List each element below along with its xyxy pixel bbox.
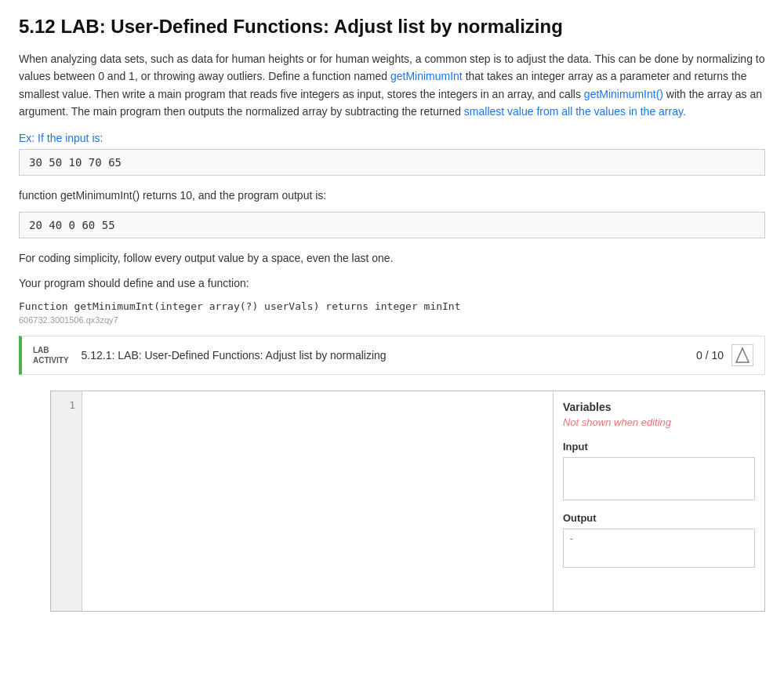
editor-wrapper: 1 Variables Not shown when editing Input… bbox=[34, 391, 765, 612]
lab-tag: LAB ACTIVITY bbox=[33, 345, 69, 365]
input-label: Input bbox=[563, 441, 755, 452]
line-numbers-panel: 1 bbox=[51, 391, 82, 611]
score-badge bbox=[731, 344, 753, 366]
function-return-text: function getMinimumInt() returns 10, and… bbox=[19, 187, 765, 204]
line-number-1: 1 bbox=[51, 398, 82, 413]
page-title: 5.12 LAB: User-Defined Functions: Adjust… bbox=[19, 16, 765, 38]
function-note: Your program should define and use a fun… bbox=[19, 274, 765, 292]
lab-activity-bar: LAB ACTIVITY 5.12.1: LAB: User-Defined F… bbox=[19, 336, 765, 375]
description-text: When analyzing data sets, such as data f… bbox=[19, 50, 765, 121]
output-box: - bbox=[563, 529, 755, 568]
variables-section: Variables Not shown when editing bbox=[563, 401, 755, 428]
output-example-box: 20 40 0 60 55 bbox=[19, 212, 765, 238]
code-id: 606732.3001506.qx3zqy7 bbox=[19, 315, 765, 325]
ex-label: Ex: If the input is: bbox=[19, 132, 765, 144]
right-panel: Variables Not shown when editing Input O… bbox=[553, 391, 764, 611]
output-section: Output - bbox=[563, 512, 755, 568]
not-shown-text: Not shown when editing bbox=[563, 416, 755, 428]
input-example-box: 30 50 10 70 65 bbox=[19, 149, 765, 176]
output-label: Output bbox=[563, 512, 755, 524]
code-editor-textarea[interactable] bbox=[82, 391, 553, 611]
input-textarea[interactable] bbox=[563, 457, 755, 500]
lab-activity-title: 5.12.1: LAB: User-Defined Functions: Adj… bbox=[82, 349, 696, 362]
svg-marker-0 bbox=[736, 348, 749, 362]
lab-score: 0 / 10 bbox=[696, 349, 724, 362]
function-signature: Function getMinimumInt(integer array(?) … bbox=[19, 300, 765, 312]
variables-title: Variables bbox=[563, 401, 755, 413]
simplicity-note: For coding simplicity, follow every outp… bbox=[19, 249, 765, 267]
input-section: Input bbox=[563, 441, 755, 503]
output-value: - bbox=[568, 532, 575, 544]
code-editor-container: 1 Variables Not shown when editing Input… bbox=[50, 391, 765, 612]
